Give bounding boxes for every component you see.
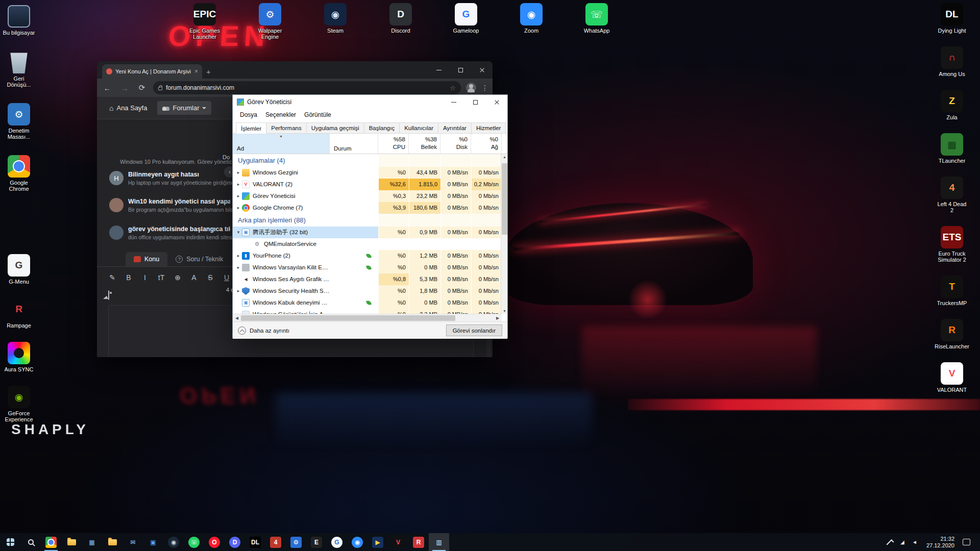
- process-row[interactable]: ⚙ QMEmulatorService: [233, 238, 507, 250]
- desktop-icon-left-4-dead-2[interactable]: 4 Left 4 Dead 2: [935, 177, 969, 213]
- browser-menu-icon[interactable]: ⋮: [481, 84, 488, 92]
- strikethrough-icon[interactable]: S: [206, 273, 214, 282]
- scroll-down-icon[interactable]: ▼: [501, 309, 508, 313]
- horizontal-scroll-thumb[interactable]: [241, 315, 455, 321]
- column-header-network[interactable]: %0 Ağ: [471, 134, 502, 154]
- new-tab-button[interactable]: +: [206, 67, 211, 76]
- desktop-icon-discord[interactable]: D Discord: [384, 3, 418, 40]
- process-row[interactable]: Arka plan işlemleri (88): [233, 214, 507, 227]
- tab-konu[interactable]: Konu: [126, 252, 167, 266]
- desktop-icon-among-us[interactable]: ∩ Among Us: [935, 46, 969, 77]
- scroll-right-icon[interactable]: ▶: [494, 316, 502, 320]
- taskbar-this-pc[interactable]: ▦: [82, 533, 102, 551]
- vertical-scroll-thumb[interactable]: [502, 163, 507, 235]
- taskbar-game-4[interactable]: 4: [265, 533, 286, 551]
- taskbar-task-manager[interactable]: ▥: [429, 533, 449, 551]
- scro-up-icon[interactable]: ▲: [501, 155, 508, 159]
- taskbar-steam[interactable]: ◉: [163, 533, 184, 551]
- process-row[interactable]: ▣ Windows Kabuk deneyimi sistemi %0 0 MB…: [233, 297, 507, 309]
- taskbar-walpaper-engine[interactable]: ⚙: [286, 533, 306, 551]
- expand-chevron-icon[interactable]: ▸: [235, 202, 242, 214]
- taskbar-dying-light[interactable]: DL: [245, 533, 265, 551]
- tm-tab[interactable]: Başlangıç: [364, 122, 400, 133]
- close-button[interactable]: [471, 61, 493, 79]
- taskbar-epic-games[interactable]: E: [306, 533, 327, 551]
- scroll-left-icon[interactable]: ◀: [233, 316, 241, 320]
- taskbar-mail[interactable]: ✉: [122, 533, 143, 551]
- tm-tab[interactable]: Kullanıcılar: [399, 122, 438, 133]
- desktop-icon-walpaper-engine[interactable]: ⚙ Walpaper Engine: [253, 3, 287, 40]
- column-header-cpu[interactable]: %58 CPU: [378, 134, 409, 154]
- bold-icon[interactable]: B: [125, 273, 133, 282]
- taskbar-valorant[interactable]: V: [388, 533, 408, 551]
- tm-tab[interactable]: Uygulama geçmişi: [306, 122, 364, 133]
- vertical-scrollbar[interactable]: ▲ ▼: [501, 154, 507, 314]
- process-row[interactable]: Uygulamalar (4): [233, 154, 507, 167]
- desktop-icon-aura-sync[interactable]: Aura SYNC: [2, 342, 36, 372]
- desktop-icon-g-menu[interactable]: G G-Menu: [2, 254, 36, 285]
- taskbar-photos[interactable]: ▣: [143, 533, 163, 551]
- maximize-button[interactable]: [464, 95, 486, 109]
- desktop-icon-whatsapp[interactable]: ☏ WhatsApp: [580, 3, 614, 40]
- desktop-icon-epic-games-launcher[interactable]: EPIC Epic Games Launcher: [188, 3, 222, 40]
- forward-icon[interactable]: →: [118, 84, 131, 92]
- end-task-button[interactable]: Görevi sonlandır: [446, 324, 502, 336]
- font-size-icon[interactable]: tT: [157, 273, 165, 282]
- topic-title[interactable]: Bilinmeyen aygıt hatası: [128, 171, 230, 178]
- column-header-disk[interactable]: %0 Disk: [440, 134, 471, 154]
- menu-item[interactable]: Dosya: [236, 111, 261, 118]
- search-icon[interactable]: [20, 533, 41, 551]
- topic-bilinmeyen-aygit[interactable]: HBilinmeyen aygıt hatasıHp laptop um var…: [109, 171, 232, 186]
- desktop-icon-control-panel[interactable]: ⚙ Denetim Masası...: [2, 103, 36, 140]
- desktop-icon-truckersmp[interactable]: T TruckersMP: [935, 276, 969, 306]
- desktop-icon-recycle-bin[interactable]: Geri Dönüşü...: [2, 51, 36, 88]
- desktop-icon-zoom[interactable]: ◉ Zoom: [514, 3, 548, 40]
- column-header-memory[interactable]: %38 Bellek: [409, 134, 440, 154]
- nav-forums[interactable]: Forumlar: [157, 101, 211, 115]
- taskbar-file-explorer[interactable]: [61, 533, 82, 551]
- desktop-icon-rampage[interactable]: R Rampage: [2, 298, 36, 329]
- taskbar-clock[interactable]: 21:32 27.12.2020: [923, 536, 958, 549]
- menu-item[interactable]: Görüntüle: [300, 111, 335, 118]
- taskbar-whatsapp[interactable]: ☏: [184, 533, 204, 551]
- close-button[interactable]: [486, 95, 507, 109]
- process-row[interactable]: ▸ Windows Varsayılan Kilit Ekranı %0 0 M…: [233, 262, 507, 273]
- expand-chevron-icon[interactable]: ▸: [235, 167, 242, 179]
- taskbar-opera[interactable]: O: [204, 533, 225, 551]
- desktop-icon-valorant[interactable]: V VALORANT: [935, 362, 969, 393]
- taskbar-gameloop[interactable]: G: [327, 533, 347, 551]
- task-manager-titlebar[interactable]: Görev Yöneticisi: [233, 95, 507, 109]
- italic-icon[interactable]: I: [141, 273, 149, 282]
- tab-soru-teknik[interactable]: ? Soru / Teknik: [167, 252, 231, 266]
- menu-item[interactable]: Seçenekler: [261, 111, 300, 118]
- desktop-icon-tlauncher[interactable]: ▦ TLauncher: [935, 133, 969, 164]
- tm-tab[interactable]: Ayrıntılar: [438, 122, 472, 133]
- desktop-icon-euro-truck-simulator-2[interactable]: ETS Euro Truck Simulator 2: [935, 226, 969, 263]
- volume-icon[interactable]: ◄: [911, 539, 918, 545]
- desktop-icon-dying-light[interactable]: DL Dying Light: [935, 3, 969, 34]
- column-header-status[interactable]: Durum: [330, 134, 378, 154]
- expand-chevron-icon[interactable]: ▸: [235, 250, 242, 262]
- taskbar-zoom[interactable]: ◉: [347, 533, 368, 551]
- nav-home[interactable]: ⌂ Ana Sayfa: [104, 101, 152, 115]
- expand-chevron-icon[interactable]: ▸: [235, 309, 242, 314]
- tm-tab[interactable]: İşlemler: [236, 122, 266, 134]
- desktop-icon-gameloop[interactable]: G Gameloop: [449, 3, 483, 40]
- desktop-icon-this-pc[interactable]: Bu bilgisayar: [2, 5, 36, 36]
- topic-win10-yonetici[interactable]: Win10 kendimi yönetici nasıl yaparım?Bir…: [109, 198, 232, 213]
- process-row[interactable]: ▸ Windows Security Health Service %0 1,8…: [233, 285, 507, 297]
- process-row[interactable]: ▸ Google Chrome (7) %3,9 180,6 MB 0 MB/s…: [233, 202, 507, 214]
- fewer-details-toggle[interactable]: Daha az ayrıntı: [250, 328, 289, 334]
- taskbar-discord[interactable]: D: [225, 533, 245, 551]
- expand-chevron-icon[interactable]: ▸: [235, 262, 242, 273]
- process-row[interactable]: ▸ V VALORANT (2) %32,6 1.815,0 MB 0 MB/s…: [233, 179, 507, 190]
- topic-gorev-yoneticisi-baslangic[interactable]: görev yöneticisinde başlangıca tıkladım.…: [109, 226, 232, 240]
- expand-chevron-icon[interactable]: ▾: [235, 227, 242, 238]
- underline-icon[interactable]: U: [223, 273, 231, 282]
- bookmark-star-icon[interactable]: ☆: [450, 84, 456, 92]
- expand-chevron-icon[interactable]: ▸: [235, 285, 242, 297]
- reload-icon[interactable]: ⟳: [136, 83, 148, 92]
- desktop-icon-geforce-experience[interactable]: ◉ GeForce Experience: [2, 386, 36, 422]
- desktop-icon-riselauncher[interactable]: R RiseLauncher: [935, 319, 969, 349]
- minimize-button[interactable]: [443, 95, 464, 109]
